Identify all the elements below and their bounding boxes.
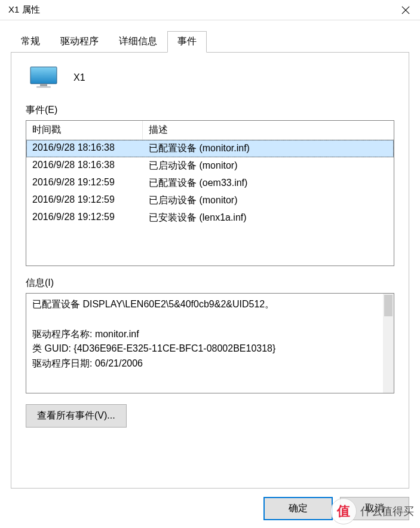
col-header-description[interactable]: 描述 xyxy=(143,121,394,139)
cancel-button[interactable]: 取消 xyxy=(340,497,409,520)
event-row[interactable]: 2016/9/28 18:16:38已启动设备 (monitor) xyxy=(26,157,394,175)
event-row[interactable]: 2016/9/28 19:12:59已配置设备 (oem33.inf) xyxy=(26,175,394,192)
events-section-label: 事件(E) xyxy=(26,104,394,117)
tab-label: 详细信息 xyxy=(119,36,157,46)
dialog-buttons: 确定 取消 xyxy=(0,497,409,520)
close-icon xyxy=(401,6,410,14)
tab-panel-events: X1 事件(E) 时间戳 描述 2016/9/28 18:16:38已配置设备 … xyxy=(11,52,409,489)
event-description: 已启动设备 (monitor) xyxy=(143,157,394,175)
titlebar: X1 属性 xyxy=(0,0,420,20)
device-header: X1 xyxy=(26,66,394,90)
view-all-events-button[interactable]: 查看所有事件(V)... xyxy=(26,404,127,428)
svg-rect-2 xyxy=(30,67,57,84)
monitor-icon xyxy=(29,66,58,90)
tab-label: 驱动程序 xyxy=(60,36,99,46)
ok-button[interactable]: 确定 xyxy=(263,497,333,520)
event-timestamp: 2016/9/28 19:12:59 xyxy=(26,209,143,227)
event-timestamp: 2016/9/28 18:16:38 xyxy=(26,157,143,175)
events-header: 时间戳 描述 xyxy=(26,121,394,140)
tab-label: 常规 xyxy=(21,36,40,46)
tab-general[interactable]: 常规 xyxy=(11,31,50,52)
info-text: 已配置设备 DISPLAY\LEN60E2\5&40f0cb9&2&UID512… xyxy=(26,294,383,393)
event-row[interactable]: 2016/9/28 18:16:38已配置设备 (monitor.inf) xyxy=(26,140,394,157)
event-timestamp: 2016/9/28 19:12:59 xyxy=(26,175,143,192)
window-title: X1 属性 xyxy=(8,4,40,16)
event-description: 已安装设备 (lenx1a.inf) xyxy=(143,209,394,227)
tabstrip: 常规 驱动程序 详细信息 事件 xyxy=(11,31,420,52)
close-button[interactable] xyxy=(391,0,420,20)
svg-rect-4 xyxy=(36,86,51,88)
info-textbox[interactable]: 已配置设备 DISPLAY\LEN60E2\5&40f0cb9&2&UID512… xyxy=(26,293,394,393)
event-description: 已配置设备 (monitor.inf) xyxy=(143,140,394,157)
event-row[interactable]: 2016/9/28 19:12:59已安装设备 (lenx1a.inf) xyxy=(26,209,394,227)
event-timestamp: 2016/9/28 18:16:38 xyxy=(26,140,143,157)
event-row[interactable]: 2016/9/28 19:12:59已启动设备 (monitor) xyxy=(26,192,394,209)
event-timestamp: 2016/9/28 19:12:59 xyxy=(26,192,143,209)
info-scrollbar[interactable] xyxy=(383,294,394,393)
tab-driver[interactable]: 驱动程序 xyxy=(50,31,109,52)
events-body: 2016/9/28 18:16:38已配置设备 (monitor.inf)201… xyxy=(26,140,394,227)
tab-details[interactable]: 详细信息 xyxy=(109,31,167,52)
event-description: 已配置设备 (oem33.inf) xyxy=(143,175,394,192)
scroll-thumb[interactable] xyxy=(384,295,393,316)
info-section-label: 信息(I) xyxy=(26,277,394,289)
event-description: 已启动设备 (monitor) xyxy=(143,192,394,209)
tab-events[interactable]: 事件 xyxy=(167,31,207,53)
tab-label: 事件 xyxy=(177,36,197,46)
col-header-timestamp[interactable]: 时间戳 xyxy=(26,121,143,139)
svg-rect-3 xyxy=(40,84,47,86)
events-listview[interactable]: 时间戳 描述 2016/9/28 18:16:38已配置设备 (monitor.… xyxy=(26,120,394,266)
device-name: X1 xyxy=(73,72,85,83)
